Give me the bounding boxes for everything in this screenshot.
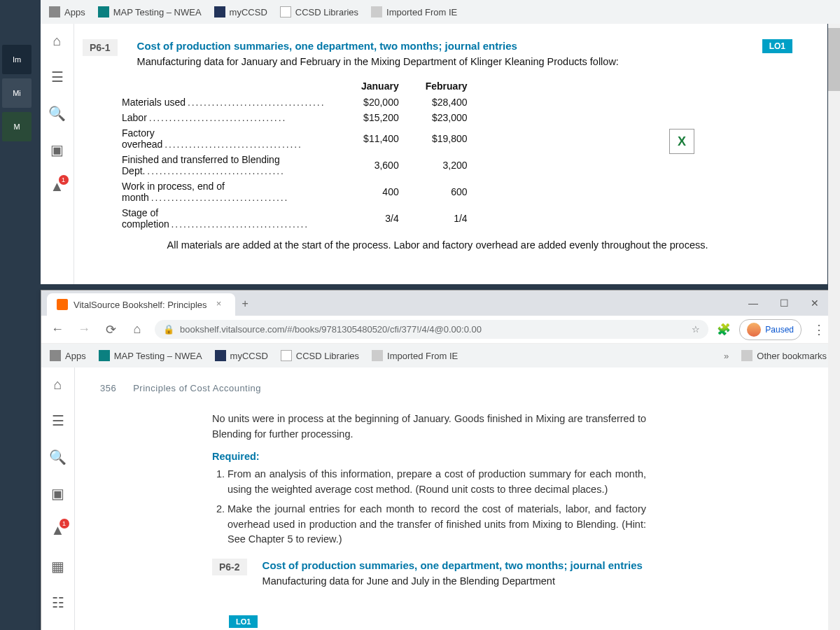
bookmark-imported[interactable]: Imported From IE	[371, 6, 457, 18]
other-bookmarks[interactable]: Other bookmarks	[741, 350, 827, 361]
flashcards-icon[interactable]: ▦	[50, 558, 66, 575]
reader-sidebar: ⌂ ☰ 🔍 ▣ ▲1 ▦ ☷	[41, 368, 75, 630]
bookmarks-bar-bottom: Apps MAP Testing – NWEA myCCSD CCSD Libr…	[41, 344, 835, 368]
learning-objective-badge: LO1	[762, 39, 792, 53]
problem-intro: Manufacturing data for June and July in …	[262, 575, 643, 587]
required-label: Required:	[212, 449, 646, 465]
excel-icon[interactable]: X	[669, 129, 694, 154]
site-icon	[280, 6, 291, 18]
problem-intro: Manufacturing data for January and Febru…	[137, 56, 743, 67]
home-icon[interactable]: ⌂	[50, 376, 66, 393]
back-button[interactable]: ←	[48, 321, 66, 339]
toc-icon[interactable]: ☰	[50, 412, 66, 429]
url-text: bookshelf.vitalsource.com/#/books/978130…	[180, 324, 482, 335]
bookmarks-bar-top: Apps MAP Testing – NWEA myCCSD CCSD Libr…	[41, 0, 840, 24]
apps-shortcut[interactable]: Apps	[49, 6, 85, 18]
bookmark-map[interactable]: MAP Testing – NWEA	[98, 6, 202, 18]
learning-objective-badge: LO1	[229, 615, 258, 628]
site-icon	[215, 350, 226, 361]
site-icon	[214, 6, 225, 18]
minimize-button[interactable]: —	[738, 293, 768, 313]
taskbar-item[interactable]: M	[2, 112, 31, 141]
lock-icon: 🔒	[163, 324, 174, 335]
site-icon	[281, 350, 292, 361]
search-icon[interactable]: 🔍	[50, 449, 66, 465]
table-row: Finished and transferred to Blending Dep…	[109, 153, 480, 178]
table-row: Labor$15,200$23,000	[109, 111, 480, 125]
taskbar-item[interactable]: Im	[2, 45, 31, 74]
label: CCSD Libraries	[295, 7, 358, 18]
extension-icon[interactable]: 🧩	[717, 323, 731, 336]
bookmark-icon[interactable]: ▣	[49, 141, 66, 158]
bookmark-ccsd-lib[interactable]: CCSD Libraries	[280, 6, 358, 18]
table-row: Stage of completion3/41/4	[109, 206, 480, 231]
site-icon	[99, 350, 110, 361]
bookmark-myccsd[interactable]: myCCSD	[214, 6, 267, 18]
menu-button[interactable]: ⋮	[810, 321, 828, 339]
search-icon[interactable]: 🔍	[49, 105, 66, 122]
bookmark-myccsd[interactable]: myCCSD	[215, 350, 268, 361]
scrollbar-thumb[interactable]	[828, 28, 840, 91]
taskbar-item[interactable]: Mi	[2, 78, 31, 108]
os-taskbar: Im Mi M	[0, 0, 34, 630]
star-icon[interactable]: ☆	[692, 324, 700, 335]
bookmark-icon[interactable]: ▣	[50, 485, 66, 502]
content-area: ⌂ ☰ 🔍 ▣ ▲1 ▦ ☷ 356 Principles of Cost Ac…	[41, 368, 835, 630]
page-number: 356	[100, 383, 116, 393]
browser-tab[interactable]: VitalSource Bookshelf: Principles ×	[47, 293, 235, 316]
annotations-icon[interactable]: ▲1	[50, 522, 66, 538]
close-tab-icon[interactable]: ×	[213, 298, 225, 311]
folder-icon	[372, 350, 383, 361]
reload-button[interactable]: ⟳	[102, 321, 120, 339]
label: MAP Testing – NWEA	[113, 7, 202, 18]
label: Apps	[64, 7, 85, 18]
requirement-item: Make the journal entries for each month …	[227, 502, 646, 547]
url-field[interactable]: 🔒 bookshelf.vitalsource.com/#/books/9781…	[155, 320, 708, 339]
problem-id-badge: P6-2	[212, 559, 247, 575]
requirement-item: From an analysis of this information, pr…	[227, 467, 646, 498]
tab-title: VitalSource Bookshelf: Principles	[74, 300, 207, 310]
problem-title: Cost of production summaries, one depart…	[137, 39, 743, 53]
bookmark-imported[interactable]: Imported From IE	[372, 350, 458, 361]
process-note: All materials are added at the start of …	[111, 239, 764, 251]
address-bar: ← → ⟳ ⌂ 🔒 bookshelf.vitalsource.com/#/bo…	[41, 316, 835, 344]
notes-icon[interactable]: ☷	[50, 594, 66, 611]
reader-sidebar: ⌂ ☰ 🔍 ▣ ▲1	[41, 24, 74, 284]
page-content: P6-1 Cost of production summaries, one d…	[41, 24, 827, 266]
profile-paused-button[interactable]: Paused	[739, 319, 802, 340]
reader-window-bottom: VitalSource Bookshelf: Principles × + — …	[41, 290, 836, 630]
manufacturing-data-table: JanuaryFebruary Materials used$20,000$28…	[108, 77, 482, 232]
bookmark-map[interactable]: MAP Testing – NWEA	[99, 350, 202, 361]
forward-button[interactable]: →	[75, 321, 93, 339]
page-body: 356 Principles of Cost Accounting No uni…	[75, 368, 835, 630]
running-title: Principles of Cost Accounting	[133, 383, 261, 393]
folder-icon	[741, 350, 752, 361]
paragraph: No units were in process at the beginnin…	[212, 412, 646, 442]
site-icon	[98, 6, 109, 18]
favicon-icon	[57, 299, 68, 310]
avatar-icon	[747, 323, 761, 337]
badge: 1	[59, 175, 69, 185]
label: Imported From IE	[386, 7, 457, 18]
problem-title: Cost of production summaries, one depart…	[262, 559, 643, 573]
scrollbar[interactable]	[828, 24, 840, 630]
problem-id-badge: P6-1	[83, 39, 118, 56]
annotations-icon[interactable]: ▲1	[49, 178, 66, 195]
col-january: January	[349, 78, 412, 94]
window-controls: — ☐ ✕	[738, 293, 830, 313]
apps-shortcut[interactable]: Apps	[50, 350, 86, 361]
page-header: 356 Principles of Cost Accounting	[100, 383, 810, 393]
toc-icon[interactable]: ☰	[49, 69, 66, 85]
new-tab-button[interactable]: +	[235, 292, 255, 316]
paused-label: Paused	[765, 325, 794, 335]
badge: 1	[59, 519, 69, 528]
bookmark-ccsd-lib[interactable]: CCSD Libraries	[281, 350, 359, 361]
requirements-list: From an analysis of this information, pr…	[227, 467, 646, 547]
reader-window-top: ⌂ ☰ 🔍 ▣ ▲1 P6-1 Cost of production summa…	[41, 24, 827, 284]
home-icon[interactable]: ⌂	[49, 32, 66, 49]
maximize-button[interactable]: ☐	[769, 293, 799, 313]
home-button[interactable]: ⌂	[128, 321, 146, 339]
folder-icon	[371, 6, 382, 18]
close-button[interactable]: ✕	[800, 293, 830, 313]
bookmarks-overflow[interactable]: »	[724, 351, 729, 361]
